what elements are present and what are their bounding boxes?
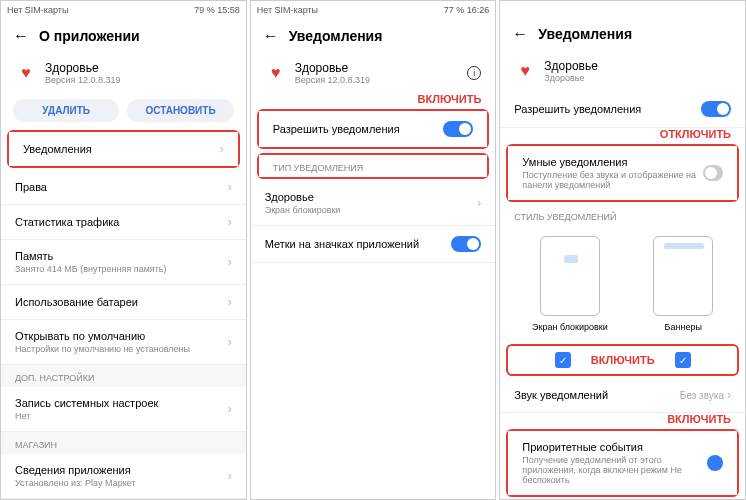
toggle-smart[interactable] (703, 165, 723, 181)
row-sound[interactable]: Звук уведомлений Без звука › (500, 378, 745, 413)
info-icon[interactable]: i (467, 66, 481, 80)
chevron-right-icon: › (228, 215, 232, 229)
app-info: ♥ Здоровье Версия 12.0.8.319 i (251, 53, 496, 93)
row-smart-notifications[interactable]: Умные уведомления Поступление без звука … (508, 146, 737, 200)
back-icon[interactable]: ← (13, 27, 29, 45)
header: ← Уведомления (500, 17, 745, 51)
chevron-right-icon: › (477, 196, 481, 210)
style-banner[interactable]: Баннеры (653, 236, 713, 332)
highlight-smart: Умные уведомления Поступление без звука … (506, 144, 739, 202)
highlight-allow: Разрешить уведомления (257, 109, 490, 149)
chevron-right-icon: › (228, 180, 232, 194)
back-icon[interactable]: ← (512, 25, 528, 43)
section-extra: ДОП. НАСТРОЙКИ (1, 365, 246, 387)
chevron-right-icon: › (727, 388, 731, 402)
app-info: ♥ Здоровье Здоровье (500, 51, 745, 91)
app-name: Здоровье (45, 61, 120, 75)
row-traffic[interactable]: Статистика трафика › (1, 205, 246, 240)
chevron-right-icon: › (228, 402, 232, 416)
chevron-right-icon: › (228, 335, 232, 349)
annotation-enable2: ВКЛЮЧИТЬ (500, 413, 745, 427)
row-priority[interactable]: Приоритетные события Получение уведомлен… (508, 431, 737, 495)
row-battery[interactable]: Использование батареи › (1, 285, 246, 320)
status-right: 79 % 15:58 (194, 5, 240, 15)
row-allow-notifications[interactable]: Разрешить уведомления (259, 111, 488, 147)
row-memory[interactable]: Память Занято 414 МБ (внутренняя память)… (1, 240, 246, 285)
highlight-priority: Приоритетные события Получение уведомлен… (506, 429, 739, 497)
screen-app-info: Нет SIM-карты 79 % 15:58 ← О приложении … (0, 0, 247, 500)
annotation-enable: ВКЛЮЧИТЬ (251, 93, 496, 107)
toggle-allow[interactable] (443, 121, 473, 137)
chevron-right-icon: › (220, 142, 224, 156)
status-bar (500, 1, 745, 17)
row-app-details[interactable]: Сведения приложения Установлено из: Play… (1, 454, 246, 499)
row-badges[interactable]: Метки на значках приложений (251, 226, 496, 263)
toggle-badges[interactable] (451, 236, 481, 252)
heart-icon: ♥ (514, 60, 536, 82)
app-name: Здоровье (295, 61, 370, 75)
header: ← О приложении (1, 19, 246, 53)
heart-icon: ♥ (265, 62, 287, 84)
chevron-right-icon: › (228, 295, 232, 309)
app-sub: Здоровье (544, 73, 598, 83)
status-bar: Нет SIM-карты 77 % 16:26 (251, 1, 496, 19)
chevron-right-icon: › (228, 255, 232, 269)
row-notifications[interactable]: Уведомления › (9, 132, 238, 166)
row-health[interactable]: Здоровье Экран блокировки › (251, 181, 496, 226)
app-name: Здоровье (544, 59, 598, 73)
status-bar: Нет SIM-карты 79 % 15:58 (1, 1, 246, 19)
app-info: ♥ Здоровье Версия 12.0.8.319 (1, 53, 246, 93)
section-style: СТИЛЬ УВЕДОМЛЕНИЙ (500, 204, 745, 226)
check-lockscreen[interactable]: ✓ (555, 352, 571, 368)
heart-icon: ♥ (15, 62, 37, 84)
toggle-priority[interactable] (707, 455, 723, 471)
delete-button[interactable]: УДАЛИТЬ (13, 99, 119, 122)
row-default-open[interactable]: Открывать по умолчанию Настройки по умол… (1, 320, 246, 365)
screen-notifications: Нет SIM-карты 77 % 16:26 ← Уведомления ♥… (250, 0, 497, 500)
status-left: Нет SIM-карты (257, 5, 318, 15)
header: ← Уведомления (251, 19, 496, 53)
screen-notification-detail: ← Уведомления ♥ Здоровье Здоровье Разреш… (499, 0, 746, 500)
status-right: 77 % 16:26 (444, 5, 490, 15)
section-store: МАГАЗИН (1, 432, 246, 454)
back-icon[interactable]: ← (263, 27, 279, 45)
section-type: ТИП УВЕДОМЛЕНИЯ (259, 155, 488, 177)
app-version: Версия 12.0.8.319 (45, 75, 120, 85)
notification-styles: Экран блокировки Баннеры (500, 226, 745, 342)
page-title: О приложении (39, 28, 140, 44)
chevron-right-icon: › (228, 469, 232, 483)
page-title: Уведомления (538, 26, 632, 42)
highlight-type: ТИП УВЕДОМЛЕНИЯ (257, 153, 490, 179)
stop-button[interactable]: ОСТАНОВИТЬ (127, 99, 233, 122)
highlight-notifications: Уведомления › (7, 130, 240, 168)
status-left: Нет SIM-карты (7, 5, 68, 15)
highlight-checks: ✓ ВКЛЮЧИТЬ ✓ (506, 344, 739, 376)
check-banner[interactable]: ✓ (675, 352, 691, 368)
row-rights[interactable]: Права › (1, 170, 246, 205)
toggle-allow[interactable] (701, 101, 731, 117)
annotation-disable: ОТКЛЮЧИТЬ (500, 128, 745, 142)
style-lockscreen[interactable]: Экран блокировки (532, 236, 608, 332)
annotation-enable: ВКЛЮЧИТЬ (591, 354, 655, 366)
row-allow-notifications[interactable]: Разрешить уведомления (500, 91, 745, 128)
page-title: Уведомления (289, 28, 383, 44)
app-version: Версия 12.0.8.319 (295, 75, 370, 85)
row-sys-settings[interactable]: Запись системных настроек Нет › (1, 387, 246, 432)
